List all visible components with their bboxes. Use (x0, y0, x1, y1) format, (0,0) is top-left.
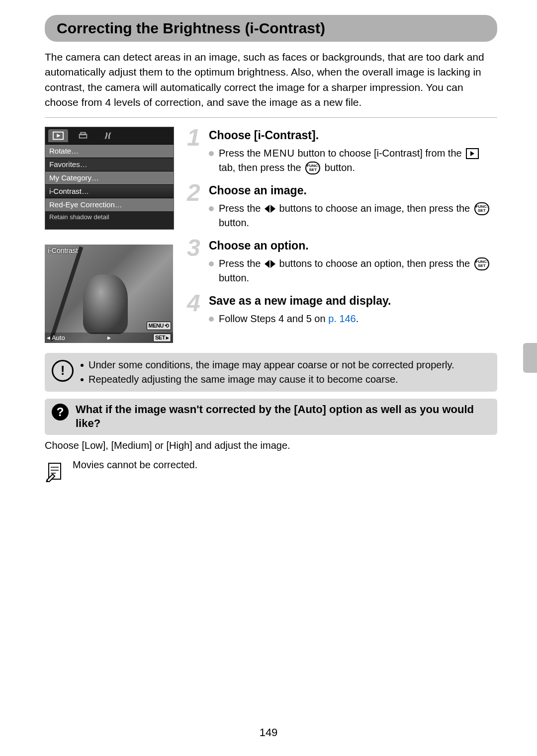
step-text: Press the buttons to choose an image, th… (219, 201, 497, 230)
step-title: Save as a new image and display. (209, 294, 497, 308)
menu-item-redeye: Red-Eye Correction… (45, 198, 174, 211)
step-title: Choose an option. (209, 239, 497, 252)
menu-item-mycategory: My Category… (45, 171, 174, 184)
left-right-arrow-icon (265, 205, 275, 213)
play-tab-icon (48, 129, 68, 142)
answer-text: Choose [Low], [Medium] or [High] and adj… (45, 440, 497, 451)
func-set-icon: FUNC.SET (305, 162, 320, 174)
print-tab-icon (73, 129, 93, 142)
step-number: 2 (187, 182, 207, 203)
left-right-arrow-icon (265, 260, 275, 268)
camera-preview-screenshot: i-Contrast MENU ⟲ ◂ Auto ▸ SET ▸ (45, 245, 173, 343)
preview-menu-badge: MENU ⟲ (147, 322, 171, 330)
step-1: 1 Choose [i-Contrast]. Press the MENU bu… (187, 127, 497, 179)
preview-auto-text: Auto (52, 334, 65, 341)
preview-mode-label: i-Contrast (48, 247, 78, 254)
preview-set-badge: SET ▸ (153, 334, 171, 342)
caution-box: ! Under some conditions, the image may a… (45, 353, 497, 392)
question-text: What if the image wasn't corrected by th… (76, 403, 490, 431)
step-number: 4 (187, 292, 207, 314)
step-title: Choose an image. (209, 184, 497, 197)
divider (45, 117, 497, 118)
step-4: 4 Save as a new image and display. Follo… (187, 292, 497, 330)
note-text: Movies cannot be corrected. (73, 459, 197, 471)
note-row: Movies cannot be corrected. (45, 459, 497, 483)
step-title: Choose [i-Contrast]. (209, 129, 497, 142)
intro-paragraph: The camera can detect areas in an image,… (45, 50, 497, 110)
page-link[interactable]: p. 146 (328, 313, 356, 324)
step-number: 3 (187, 237, 207, 258)
question-box: ? What if the image wasn't corrected by … (45, 399, 497, 435)
section-tab (523, 343, 537, 373)
page-number: 149 (0, 726, 537, 739)
func-set-icon: FUNC.SET (474, 257, 489, 270)
menu-word-icon: MENU (264, 148, 295, 159)
menu-item-favorites: Favorites… (45, 158, 174, 171)
step-text: Press the MENU button to choose [i-Contr… (219, 146, 497, 175)
menu-description: Retain shadow detail (45, 211, 174, 229)
step-text: Press the buttons to choose an option, t… (219, 256, 497, 285)
caution-text: Repeatedly adjusting the same image may … (89, 372, 398, 387)
step-3: 3 Choose an option. Press the buttons to… (187, 237, 497, 289)
caution-icon: ! (52, 360, 74, 382)
tools-tab-icon (98, 129, 118, 142)
svg-marker-1 (57, 134, 60, 137)
step-text: Follow Steps 4 and 5 on p. 146. (219, 312, 358, 326)
question-icon: ? (52, 404, 69, 420)
page-title: Correcting the Brightness (i-Contrast) (45, 15, 497, 42)
camera-menu-screenshot: Rotate… Favorites… My Category… i-Contra… (45, 127, 174, 230)
func-set-icon: FUNC.SET (474, 202, 489, 215)
bullet-icon (209, 317, 214, 322)
bullet-icon (209, 261, 214, 266)
step-2: 2 Choose an image. Press the buttons to … (187, 182, 497, 234)
svg-rect-3 (81, 132, 85, 135)
play-tab-inline-icon (466, 148, 479, 159)
caution-text: Under some conditions, the image may app… (89, 358, 454, 372)
step-number: 1 (187, 127, 207, 148)
bullet-icon (209, 206, 214, 211)
menu-item-icontrast: i-Contrast… (45, 184, 174, 198)
pencil-icon (45, 459, 65, 483)
bullet-icon (209, 151, 214, 156)
menu-item-rotate: Rotate… (45, 144, 174, 158)
